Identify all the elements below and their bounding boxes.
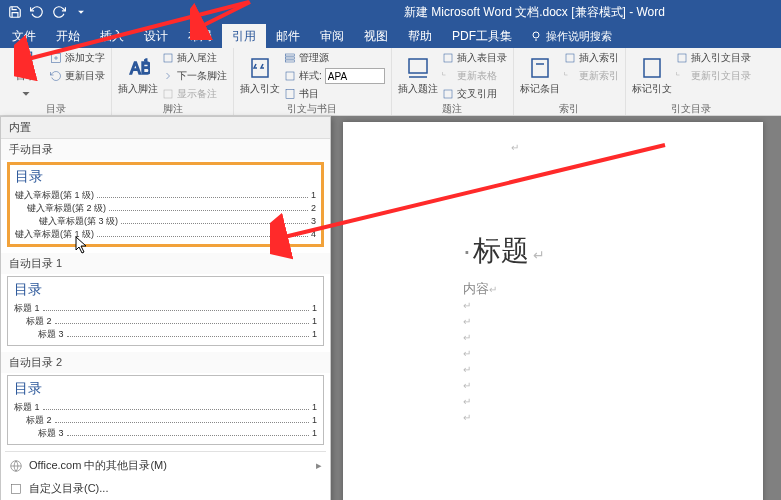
paragraph-mark: ↵ [463,314,715,330]
custom-toc[interactable]: 自定义目录(C)... [1,477,330,500]
insert-endnote-button[interactable]: 插入尾注 [162,50,227,66]
manage-sources-button[interactable]: 管理源 [284,50,385,66]
insert-tof-button[interactable]: 插入表目录 [442,50,507,66]
svg-rect-19 [409,59,427,73]
svg-point-0 [533,32,539,38]
titlebar: 新建 Microsoft Word 文档.docx [兼容模式] - Word [0,0,781,24]
update-index-icon [564,70,576,82]
tab-file[interactable]: 文件 [2,24,46,48]
next-icon [162,70,174,82]
svg-rect-15 [286,57,295,59]
paragraph-mark: ↵ [463,362,715,378]
mark-entry-label: 标记条目 [520,82,560,96]
mark-citation-icon [640,56,664,80]
custom-toc-icon [9,482,23,496]
manual-toc-preview[interactable]: 目录 键入章标题(第 1 级)1 键入章标题(第 2 级)2 键入章标题(第 3… [7,162,324,247]
chevron-down-icon [14,85,38,102]
tab-view[interactable]: 视图 [354,24,398,48]
qa-dropdown-icon[interactable] [70,1,92,23]
svg-text:1: 1 [144,57,149,66]
undo-icon[interactable] [26,1,48,23]
bibliography-button[interactable]: 书目 [284,86,385,102]
update-icon [442,70,454,82]
ribbon-group-toa: 标记引文 插入引文目录 更新引文目录 引文目录 [626,48,757,115]
toc-button[interactable]: 目录 [6,50,46,102]
insert-caption-button[interactable]: 插入题注 [398,50,438,102]
svg-rect-22 [444,90,452,98]
document-title[interactable]: 标题 [463,232,715,270]
window-title: 新建 Microsoft Word 文档.docx [兼容模式] - Word [92,4,777,21]
update-toa-button[interactable]: 更新引文目录 [676,68,751,84]
paragraph-mark: ↵ [511,142,519,153]
more-office-toc[interactable]: Office.com 中的其他目录(M)▸ [1,454,330,477]
citation-style-select[interactable]: 样式: [284,68,385,84]
update-table-button[interactable]: 更新表格 [442,68,507,84]
endnote-icon [162,52,174,64]
tab-references[interactable]: 引用 [222,24,266,48]
insert-citation-button[interactable]: 插入引文 [240,50,280,102]
toc-button-label: 目录 [16,69,36,83]
crossref-icon [442,88,454,100]
tab-review[interactable]: 审阅 [310,24,354,48]
svg-rect-30 [11,484,20,493]
mark-entry-icon [528,56,552,80]
paragraph-mark: ↵ [463,298,715,314]
update-toa-icon [676,70,688,82]
paragraph-mark: ↵ [463,330,715,346]
save-icon[interactable] [4,1,26,23]
svg-rect-14 [286,54,295,56]
style-value-field[interactable] [325,68,385,84]
tab-layout[interactable]: 布局 [178,24,222,48]
tab-mailings[interactable]: 邮件 [266,24,310,48]
mark-citation-label: 标记引文 [632,82,672,96]
tab-pdf-tools[interactable]: PDF工具集 [442,24,522,48]
redo-icon[interactable] [48,1,70,23]
toc-dropdown: 内置 手动目录 目录 键入章标题(第 1 级)1 键入章标题(第 2 级)2 键… [0,116,331,500]
ribbon-group-footnotes: AB1 插入脚注 插入尾注 下一条脚注 显示备注 脚注 [112,48,234,115]
next-footnote-button[interactable]: 下一条脚注 [162,68,227,84]
add-text-icon [50,52,62,64]
paragraph-mark: ↵ [463,410,715,426]
svg-rect-18 [286,90,294,99]
paragraph-mark: ↵ [463,346,715,362]
insert-footnote-button[interactable]: AB1 插入脚注 [118,50,158,102]
show-notes-button[interactable]: 显示备注 [162,86,227,102]
manual-toc-title: 目录 [15,168,316,186]
auto1-toc-preview[interactable]: 目录 标题 11 标题 21 标题 31 [7,276,324,346]
insert-index-button[interactable]: 插入索引 [564,50,619,66]
update-toc-button[interactable]: 更新目录 [50,68,105,84]
auto2-toc-preview[interactable]: 目录 标题 11 标题 21 标题 31 [7,375,324,445]
svg-rect-21 [444,54,452,62]
insert-toa-button[interactable]: 插入引文目录 [676,50,751,66]
mark-entry-button[interactable]: 标记条目 [520,50,560,102]
ribbon-group-captions: 插入题注 插入表目录 更新表格 交叉引用 题注 [392,48,514,115]
tell-me-label: 操作说明搜索 [546,29,612,44]
globe-icon [9,459,23,473]
tell-me-search[interactable]: 操作说明搜索 [530,24,612,48]
bibliography-icon [284,88,296,100]
caption-icon [406,56,430,80]
add-text-button[interactable]: 添加文字 [50,50,105,66]
document-content[interactable]: 内容↵ [463,280,715,298]
tab-insert[interactable]: 插入 [90,24,134,48]
insert-caption-label: 插入题注 [398,82,438,96]
tab-design[interactable]: 设计 [134,24,178,48]
document-page[interactable]: ↵ 标题 内容↵ ↵ ↵ ↵ ↵ ↵ ↵ ↵ ↵ [343,122,763,500]
svg-rect-16 [286,60,295,62]
mark-citation-button[interactable]: 标记引文 [632,50,672,102]
cross-ref-button[interactable]: 交叉引用 [442,86,507,102]
update-index-button[interactable]: 更新索引 [564,68,619,84]
tab-home[interactable]: 开始 [46,24,90,48]
mouse-cursor-icon [75,236,91,254]
svg-rect-12 [164,90,172,98]
tof-icon [442,52,454,64]
ribbon-group-toc: 目录 添加文字 更新目录 目录 [0,48,112,115]
svg-rect-2 [20,52,31,65]
auto1-toc-label: 自动目录 1 [1,253,330,274]
footnote-icon: AB1 [126,56,150,80]
insert-toa-icon [676,52,688,64]
svg-rect-27 [678,54,686,62]
svg-rect-17 [286,72,294,80]
paragraph-mark: ↵ [463,378,715,394]
tab-help[interactable]: 帮助 [398,24,442,48]
